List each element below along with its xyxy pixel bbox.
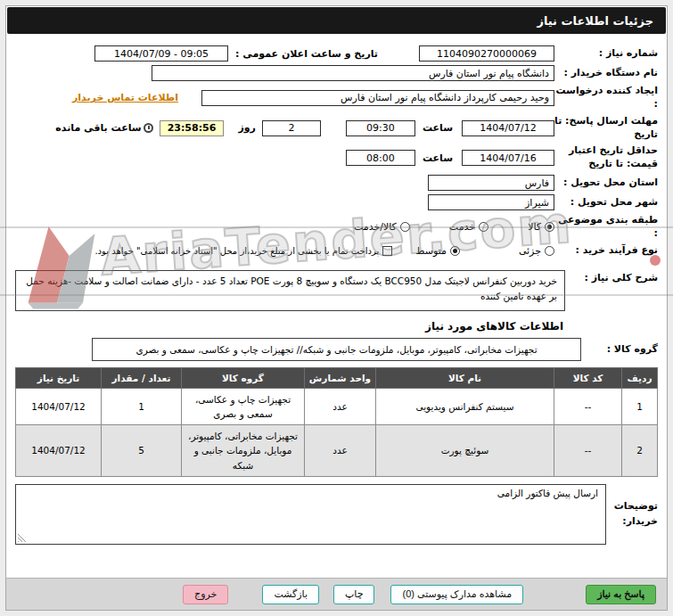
buyer-notes-section: توضیحات خریدار: ارسال پیش فاکتور الزامی — [15, 484, 658, 545]
radio-goods-icon — [545, 222, 554, 232]
col-item-name: نام کالا — [376, 367, 554, 388]
buyer-notes-label: توضیحات خریدار: — [606, 499, 658, 529]
row-province: استان محل تحویل : فارس — [15, 175, 658, 191]
goods-table-header-row: ردیف کد کالا نام کالا واحد شمارش گروه کا… — [16, 367, 658, 388]
creator-field[interactable]: وحید رحیمی کارپرداز دانشگاه پیام نور است… — [201, 90, 554, 106]
remaining-time-badge: 23:58:56 — [160, 120, 225, 136]
description-section: شرح کلی نیاز : خرید دوربین کنفرانس لاجیت… — [15, 270, 658, 311]
col-row-number: ردیف — [622, 367, 658, 388]
deadline-label: مهلت ارسال پاسخ: تا تاریخ — [554, 115, 658, 142]
buyer-org-field[interactable]: دانشگاه پیام نور استان فارس — [152, 65, 554, 81]
remaining-time-label: ساعت باقی مانده — [55, 122, 141, 134]
radio-medium[interactable]: متوسط — [415, 245, 460, 257]
treasury-checkbox-icon — [382, 246, 392, 256]
radio-goods-service[interactable]: کالا/خدمت — [354, 221, 410, 233]
col-item-group: گروه کالا — [182, 367, 305, 388]
row-goods-group: گروه کالا : تجهیزات مخابراتی، کامپیوتر، … — [15, 338, 658, 361]
row-price-validity: حداقل تاریخ اعتبار قیمت: تا تاریخ 1404/0… — [15, 144, 658, 171]
city-label: شهر محل تحویل : — [554, 196, 658, 209]
row-classification: طبقه بندی موضوعی : کالا خدمت کالا/خدمت — [15, 214, 658, 241]
announce-datetime-field[interactable]: 1404/07/09 - 09:05 — [94, 45, 228, 62]
col-need-date: تاریخ نیاز — [16, 367, 102, 388]
row-deadline: مهلت ارسال پاسخ: تا تاریخ 1404/07/12 ساع… — [15, 115, 658, 142]
goods-group-label: گروه کالا : — [581, 343, 658, 355]
description-label: شرح کلی نیاز : — [565, 270, 658, 311]
radio-service-icon — [479, 222, 488, 232]
radio-minor-icon — [545, 246, 554, 256]
respond-button[interactable]: پاسخ به نیاز — [586, 585, 656, 604]
row-city: شهر محل تحویل : شیراز — [15, 194, 658, 210]
window-frame: جزئیات اطلاعات نیاز شماره نیاز : 1104090… — [5, 5, 668, 611]
buyer-contact-link[interactable]: اطلاعات تماس خریدار — [72, 92, 178, 103]
radio-medium-icon — [450, 246, 460, 256]
classification-label: طبقه بندی موضوعی : — [554, 214, 658, 241]
row-process-type: نوع فرآیند خرید : جزئی متوسط پرداخت تمام… — [15, 244, 658, 258]
price-validity-label: حداقل تاریخ اعتبار قیمت: تا تاریخ — [554, 144, 658, 171]
footer-toolbar: پاسخ به نیاز مشاهده مدارک پیوستی (0) چاپ… — [6, 578, 667, 610]
treasury-checkbox-option[interactable]: پرداخت تمام یا بخشی از مبلغ خرید،از محل … — [94, 246, 392, 256]
table-row: 2 -- سوئیچ پورت عدد تجهیزات مخابراتی، کا… — [16, 425, 658, 477]
goods-table: ردیف کد کالا نام کالا واحد شمارش گروه کا… — [15, 367, 658, 477]
days-unit-label: روز — [238, 122, 256, 134]
deadline-time-field[interactable]: 09:30 — [346, 120, 415, 136]
description-textarea[interactable]: خرید دوربین کنفرانس لاجیتک مدل BCC950 یک… — [15, 270, 565, 311]
radio-minor[interactable]: جزئی — [519, 245, 554, 257]
row-buyer-org: نام دستگاه خریدار : دانشگاه پیام نور است… — [15, 65, 658, 81]
province-field[interactable]: فارس — [428, 175, 554, 191]
print-button[interactable]: چاپ — [333, 585, 375, 604]
row-creator: ایجاد کننده درخواست : وحید رحیمی کارپردا… — [15, 85, 658, 111]
city-field[interactable]: شیراز — [428, 194, 554, 210]
radio-goods-service-icon — [400, 222, 410, 232]
clock-icon — [144, 123, 153, 133]
need-number-field[interactable]: 1104090270000069 — [419, 45, 554, 62]
form-content: شماره نیاز : 1104090270000069 تاریخ و سا… — [6, 35, 667, 578]
price-validity-time-field[interactable]: 08:00 — [346, 150, 415, 166]
col-item-code: کد کالا — [554, 367, 622, 388]
col-quantity: تعداد / مقدار — [102, 367, 182, 388]
back-button[interactable]: بازگشت — [262, 585, 319, 604]
province-label: استان محل تحویل : — [554, 177, 658, 190]
page-title: جزئیات اطلاعات نیاز — [537, 14, 653, 28]
goods-group-field[interactable]: تجهیزات مخابراتی، کامپیوتر، موبایل، ملزو… — [92, 338, 581, 361]
need-number-label: شماره نیاز : — [554, 47, 658, 61]
treasury-note: پرداخت تمام یا بخشی از مبلغ خرید،از محل … — [94, 246, 379, 256]
creator-label: ایجاد کننده درخواست : — [554, 85, 658, 111]
titlebar: جزئیات اطلاعات نیاز — [7, 7, 666, 34]
process-type-label: نوع فرآیند خرید : — [554, 244, 658, 258]
remaining-days-field[interactable]: 2 — [262, 120, 321, 136]
buyer-org-label: نام دستگاه خریدار : — [554, 67, 658, 80]
exit-button[interactable]: خروج — [183, 585, 228, 604]
col-unit: واحد شمارش — [305, 367, 376, 388]
announce-label: تاریخ و ساعت اعلان عمومی : — [235, 48, 378, 60]
textarea-resize-handle[interactable] — [18, 533, 27, 542]
deadline-hour-label: ساعت — [423, 122, 453, 134]
deadline-date-field[interactable]: 1404/07/12 — [462, 120, 554, 136]
buyer-notes-textarea[interactable]: ارسال پیش فاکتور الزامی — [15, 484, 606, 545]
goods-section-title: اطلاعات کالاهای مورد نیاز — [15, 320, 563, 333]
row-need-number: شماره نیاز : 1104090270000069 تاریخ و سا… — [15, 45, 658, 62]
tender-details-page: جزئیات اطلاعات نیاز شماره نیاز : 1104090… — [0, 0, 673, 616]
radio-goods[interactable]: کالا — [528, 221, 554, 233]
table-row: 1 -- سیستم کنفرانس ویدیویی عدد تجهیزات چ… — [16, 388, 658, 425]
view-attachments-button[interactable]: مشاهده مدارک پیوستی (0) — [390, 585, 523, 604]
radio-service[interactable]: خدمت — [449, 221, 488, 233]
price-validity-hour-label: ساعت — [423, 152, 453, 164]
price-validity-date-field[interactable]: 1404/07/16 — [462, 150, 554, 166]
